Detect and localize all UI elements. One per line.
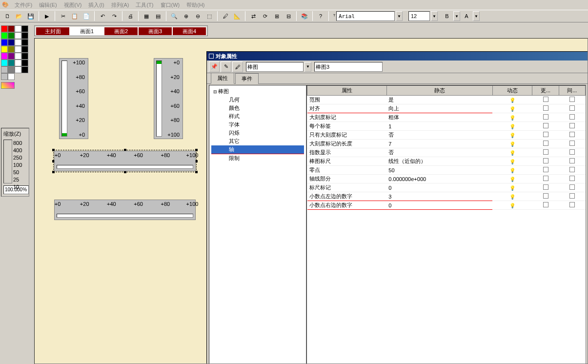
column-header[interactable]: 间... (559, 86, 585, 96)
swatch[interactable] (15, 53, 21, 60)
swatch[interactable] (1, 53, 8, 60)
checkbox[interactable] (569, 193, 575, 199)
page-tab[interactable]: 画面2 (104, 27, 138, 36)
swatch[interactable] (1, 25, 8, 32)
swatch[interactable] (8, 46, 15, 53)
swatch[interactable] (21, 66, 28, 73)
tree-node[interactable]: 棒图 (211, 87, 304, 96)
swatch[interactable] (15, 25, 21, 32)
column-header[interactable]: 静态 (386, 86, 492, 96)
tool-icon[interactable]: 📐 (232, 11, 243, 21)
dialog-titlebar[interactable]: 对象属性 (207, 52, 588, 61)
property-row[interactable]: 对齐向上💡 (307, 104, 586, 113)
swatch[interactable] (8, 53, 15, 60)
tree-node[interactable]: 闪烁 (211, 129, 304, 137)
align-icon[interactable]: ⊞ (271, 11, 282, 21)
swatch[interactable] (15, 46, 21, 53)
tree-node[interactable]: 几何 (211, 96, 304, 104)
italic-icon[interactable]: A (461, 11, 472, 21)
bulb-icon[interactable]: 💡 (509, 106, 515, 112)
column-header[interactable]: 属性 (307, 86, 387, 96)
checkbox[interactable] (543, 184, 548, 190)
align-icon[interactable]: ⊟ (283, 11, 294, 21)
design-canvas[interactable]: +100+80+60+40+20+0 +0+20+40+60+80+100 +0… (34, 38, 588, 364)
menu-arrange[interactable]: 排列(A) (108, 0, 132, 10)
tree-node[interactable]: 样式 (211, 112, 304, 121)
pin-icon[interactable]: 📌 (209, 61, 220, 72)
page-tab[interactable]: 画面3 (138, 27, 172, 36)
filter-icon[interactable]: 🖉 (232, 61, 243, 72)
checkbox[interactable] (569, 97, 575, 102)
swatch[interactable] (8, 32, 15, 39)
zoomout-icon[interactable]: ⊖ (192, 11, 203, 21)
object-type-combo[interactable]: 棒图 (246, 62, 304, 72)
bar-gauge-1[interactable]: +100+80+60+40+20+0 (59, 58, 88, 139)
swatch[interactable] (21, 39, 28, 46)
checkbox[interactable] (543, 114, 548, 120)
new-icon[interactable]: 🗋 (2, 11, 13, 21)
prop-value[interactable]: 否 (386, 148, 492, 157)
zoom-icon[interactable]: 🔍 (169, 11, 180, 21)
menu-window[interactable]: 窗口(W) (158, 0, 183, 10)
swatch[interactable] (8, 73, 15, 80)
property-row[interactable]: 标尺标记0💡 (307, 183, 586, 192)
checkbox[interactable] (543, 97, 548, 102)
bulb-icon[interactable]: 💡 (509, 185, 515, 191)
checkbox[interactable] (543, 202, 548, 207)
column-header[interactable]: 动态 (492, 86, 532, 96)
bar-gauge-4[interactable]: +0+20+40+60+80+100 (54, 200, 196, 220)
flip-icon[interactable]: ⇄ (248, 11, 259, 21)
property-row[interactable]: 范围是💡 (307, 96, 586, 104)
swatch[interactable] (8, 66, 15, 73)
page-tab[interactable]: 画面1 (70, 27, 104, 36)
checkbox[interactable] (569, 176, 575, 181)
swatch[interactable] (1, 32, 8, 39)
dropdown-icon[interactable]: ▼ (431, 11, 438, 21)
property-tree[interactable]: 棒图几何颜色样式字体闪烁其它轴限制 (209, 85, 306, 364)
property-row[interactable]: 大刻度标记粗体💡 (307, 113, 586, 122)
swatch[interactable] (21, 46, 28, 53)
checkbox[interactable] (569, 114, 575, 120)
checkbox[interactable] (543, 167, 548, 172)
menu-insert[interactable]: 插入(I) (85, 0, 107, 10)
prop-value[interactable]: 线性（近似的） (386, 157, 492, 166)
bar-gauge-2[interactable]: +0+20+40+60+80+100 (154, 58, 183, 139)
prop-value[interactable]: 粗体 (386, 113, 492, 122)
prop-value[interactable]: 7 (386, 140, 492, 148)
bulb-icon[interactable]: 💡 (509, 124, 515, 129)
bulb-icon[interactable]: 💡 (509, 150, 515, 156)
object-name-field[interactable]: 棒图3 (314, 62, 383, 72)
swatch[interactable] (1, 73, 8, 80)
swatch[interactable] (1, 66, 8, 73)
tree-node[interactable]: 轴 (211, 145, 304, 154)
tab-events[interactable]: 事件 (235, 73, 259, 84)
swatch[interactable] (1, 60, 8, 66)
checkbox[interactable] (569, 158, 575, 163)
property-row[interactable]: 指数显示否💡 (307, 148, 586, 157)
zoomfit-icon[interactable]: ⬚ (204, 11, 215, 21)
checkbox[interactable] (569, 167, 575, 172)
property-row[interactable]: 小数点左边的数字3💡 (307, 192, 586, 201)
menu-edit[interactable]: 编辑(E) (36, 0, 60, 10)
cut-icon[interactable]: ✂ (58, 11, 68, 21)
bulb-icon[interactable]: 💡 (509, 168, 515, 173)
checkbox[interactable] (569, 105, 575, 111)
bulb-icon[interactable]: 💡 (509, 142, 515, 147)
checkbox[interactable] (569, 141, 575, 146)
swatch[interactable] (15, 60, 21, 66)
checkbox[interactable] (543, 158, 548, 163)
undo-icon[interactable]: ↶ (97, 11, 108, 21)
swatch[interactable] (21, 25, 28, 32)
swatch[interactable] (21, 32, 28, 39)
property-table[interactable]: 属性静态动态更...间... 范围是💡对齐向上💡大刻度标记粗体💡每个标签1💡只有… (306, 85, 586, 364)
checkbox[interactable] (569, 149, 575, 155)
property-row[interactable]: 轴线部分0.000000e+000💡 (307, 175, 586, 183)
size-select[interactable]: 12 (408, 11, 430, 21)
zoomin-icon[interactable]: ⊕ (181, 11, 191, 21)
bulb-icon[interactable]: 💡 (509, 115, 515, 121)
dropdown-icon[interactable]: ▼ (453, 11, 460, 21)
tree-node[interactable]: 其它 (211, 137, 304, 145)
dropdown-icon[interactable]: ▼ (304, 62, 311, 72)
menu-file[interactable]: 文件(F) (12, 0, 35, 10)
property-row[interactable]: 每个标签1💡 (307, 122, 586, 131)
